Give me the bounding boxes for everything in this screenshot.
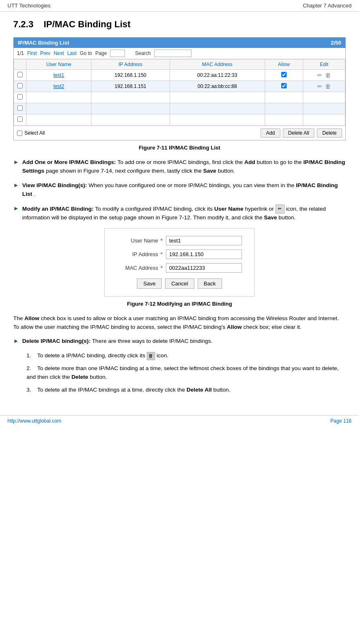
page-label: Page [95,50,107,56]
bullet1-bold: Add One or More IP/MAC Bindings: [22,159,116,165]
bullet-view: ► View IP/MAC Binding(s): When you have … [13,181,346,199]
bullet3-text1: To modify a configured IP/MAC binding, c… [95,205,214,211]
table-title-bar: IP/MAC Binding List 2/50 [14,38,345,48]
table-footer: Select All Add Delete All Delete [14,126,345,140]
add-button[interactable]: Add [261,128,280,138]
chapter-title: Chapter 7 Advanced [303,2,352,9]
row-username[interactable]: test1 [26,70,91,81]
delete-trash-icon[interactable]: 🗑 [325,83,331,90]
form-mac-label: MAC Address * [117,265,163,271]
row-checkbox-cell [14,81,26,92]
num1: 1. To delete a IP/MAC binding, directly … [26,352,147,359]
search-input[interactable] [154,50,191,57]
delete-button[interactable]: Delete [317,128,342,138]
row-checkbox-cell [14,114,26,126]
page-header: UTT Technologies Chapter 7 Advanced [0,0,359,12]
row-mac [170,114,265,126]
bullet1-add-bold: Add [244,159,255,165]
section-heading: IP/MAC Binding List [43,19,130,29]
form-figure: User Name * IP Address * MAC Address * S… [13,228,346,297]
allow-bold1: Allow [24,315,39,321]
row-allow-cell [265,92,303,103]
select-all-checkbox[interactable] [17,131,22,136]
num3-delete-all-bold: Delete All [187,387,212,393]
form-mac-input[interactable] [166,263,242,273]
page-input[interactable] [110,50,125,57]
row-username[interactable]: test2 [26,81,91,92]
row-mac: 00:22:aa:bb:cc:88 [170,81,265,92]
num2-delete-bold: Delete [72,374,89,380]
row-checkbox-cell [14,92,26,103]
row-allow-checkbox[interactable] [281,72,287,77]
form-ip-label: IP Address * [117,251,163,257]
form-back-btn[interactable]: Back [198,278,222,289]
username-link[interactable]: test1 [53,72,64,78]
select-all-label: Select All [24,130,45,136]
page-footer: http://www.uttglobal.com Page 116 [0,415,359,426]
nav-first-btn[interactable]: First [27,50,37,56]
main-content: 7.2.3 IP/MAC Binding List IP/MAC Binding… [0,12,359,407]
form-cancel-btn[interactable]: Cancel [165,278,194,289]
num3-text2: button. [213,387,230,393]
row-checkbox[interactable] [17,72,23,77]
table-header-row: User Name IP Address MAC Address Allow E… [14,59,345,70]
form-username-input[interactable] [166,236,242,245]
row-allow-cell [265,114,303,126]
table-row: test1192.168.1.15000:22:aa:11:22:33 ✏ 🗑 [14,70,345,81]
col-username: User Name [26,59,91,70]
table-nav-row: 1/1 First Prev Next Last Go to Page Sear… [14,48,345,59]
col-edit: Edit [303,59,345,70]
nav-prev-btn[interactable]: Prev [40,50,50,56]
col-checkbox [14,59,26,70]
bullet-modify-text: Modify an IP/MAC Binding: To modify a co… [22,204,346,222]
delete-trash-icon[interactable]: 🗑 [325,72,331,78]
form-save-btn[interactable]: Save [137,278,162,289]
col-mac: MAC Address [170,59,265,70]
form-ip-input[interactable] [166,250,242,259]
bullet-arrow-1: ► [13,159,19,165]
form-ip-row: IP Address * [117,250,242,259]
bullet3-text4: button. [278,214,295,221]
edit-pencil-icon[interactable]: ✏ [317,72,322,78]
row-allow-cell [265,103,303,114]
binding-table: User Name IP Address MAC Address Allow E… [14,59,345,126]
bullet-add-text: Add One or More IP/MAC Bindings: To add … [22,158,346,176]
nav-next-btn[interactable]: Next [54,50,64,56]
section-title: 7.2.3 IP/MAC Binding List [13,19,346,30]
row-edit-cell [303,114,345,126]
select-all-area: Select All [17,130,45,136]
nav-last-btn[interactable]: Last [67,50,77,56]
bullet-add: ► Add One or More IP/MAC Bindings: To ad… [13,158,346,176]
edit-pencil-icon[interactable]: ✏ [317,83,322,90]
page-number: Page 116 [330,418,352,424]
bullet1-text3: page shown in Figure 7‑14, next configur… [46,168,203,174]
bullet1-text1: To add one or more IP/MAC bindings, firs… [117,159,244,165]
bullet1-text2: button to go to the [257,159,304,165]
username-link[interactable]: test2 [53,83,64,89]
form-username-label: User Name * [117,238,163,244]
table-row [14,114,345,126]
bullet3-save-bold: Save [264,214,277,221]
figure1-caption: Figure 7‑11 IP/MAC Binding List [13,145,346,151]
modify-form-box: User Name * IP Address * MAC Address * S… [104,228,255,297]
row-checkbox[interactable] [17,105,23,111]
delete-all-button[interactable]: Delete All [283,128,315,138]
row-checkbox[interactable] [17,116,23,122]
table-pagination: 2/50 [331,40,341,46]
row-ip: 192.168.1.150 [91,70,170,81]
ip-mac-table-container: IP/MAC Binding List 2/50 1/1 First Prev … [13,37,346,140]
col-allow: Allow [265,59,303,70]
bullet4-text: There are three ways to delete IP/MAC bi… [92,338,212,344]
row-edit-cell [303,92,345,103]
table-row [14,92,345,103]
table-row [14,103,345,114]
form-buttons: Save Cancel Back [117,278,242,289]
row-allow-cell [265,81,303,92]
row-checkbox[interactable] [17,94,23,100]
bullet2-text1: When you have configured one or more IP/… [89,182,296,188]
row-checkbox[interactable] [17,83,23,88]
row-allow-checkbox[interactable] [281,83,287,88]
row-username [26,92,91,103]
footer-link[interactable]: http://www.uttglobal.com [7,418,61,424]
row-checkbox-cell [14,70,26,81]
